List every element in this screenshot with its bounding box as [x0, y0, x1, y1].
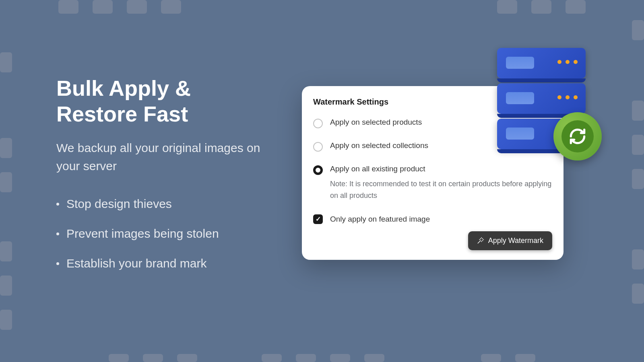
- checkbox-label: Only apply on featured image: [330, 215, 430, 224]
- film-hole-decoration: [109, 354, 129, 362]
- film-hole-decoration: [566, 0, 586, 14]
- film-hole-decoration: [161, 0, 181, 14]
- film-hole-decoration: [632, 249, 644, 269]
- film-hole-decoration: [93, 0, 113, 14]
- feature-bullet-item: Prevent images being stolen: [56, 227, 274, 241]
- film-hole-decoration: [0, 241, 12, 261]
- checkmark-icon: ✓: [316, 215, 321, 223]
- radio-button-selected-icon[interactable]: [313, 165, 323, 175]
- hero-headline: Bulk Apply & Restore Fast: [56, 76, 274, 127]
- film-hole-decoration: [632, 135, 644, 155]
- server-backup-illustration: [495, 48, 592, 152]
- settings-panel-section: Watermark Settings Apply on selected pro…: [302, 86, 588, 260]
- server-layer-icon: [497, 83, 586, 114]
- film-hole-decoration: [531, 0, 551, 14]
- film-hole-decoration: [330, 354, 350, 362]
- server-slot-icon: [506, 92, 534, 104]
- film-hole-decoration: [481, 354, 501, 362]
- film-hole-decoration: [497, 0, 517, 14]
- feature-bullet-list: Stop design thieves Prevent images being…: [56, 197, 274, 270]
- film-hole-decoration: [0, 172, 12, 192]
- radio-option-note: Note: It is recommended to test it on ce…: [330, 178, 552, 202]
- film-hole-decoration: [632, 284, 644, 304]
- bullet-dot-icon: [56, 232, 59, 235]
- bullet-dot-icon: [56, 203, 59, 206]
- bullet-text: Establish your brand mark: [66, 257, 207, 270]
- server-slot-icon: [506, 57, 534, 69]
- film-hole-decoration: [0, 52, 12, 72]
- film-hole-decoration: [58, 0, 78, 14]
- radio-button-icon[interactable]: [313, 119, 323, 128]
- refresh-badge-icon: [553, 112, 602, 160]
- server-slot-icon: [506, 128, 534, 140]
- film-hole-decoration: [143, 354, 163, 362]
- film-hole-decoration: [0, 276, 12, 296]
- film-hole-decoration: [632, 101, 644, 121]
- radio-button-icon[interactable]: [313, 142, 323, 152]
- feature-bullet-item: Stop design thieves: [56, 197, 274, 211]
- bullet-text: Prevent images being stolen: [66, 227, 219, 241]
- headline-line-1: Bulk Apply &: [56, 76, 191, 100]
- hero-subheadline: We backup all your original images on yo…: [56, 139, 274, 175]
- magic-wand-icon: [477, 237, 484, 244]
- apply-watermark-button[interactable]: Apply Watermark: [468, 231, 552, 250]
- film-hole-decoration: [0, 138, 12, 158]
- film-hole-decoration: [296, 354, 316, 362]
- radio-label: Apply on all existing product: [330, 165, 552, 173]
- film-hole-decoration: [262, 354, 282, 362]
- bullet-dot-icon: [56, 262, 59, 265]
- film-hole-decoration: [632, 169, 644, 189]
- checkbox-checked-icon[interactable]: ✓: [313, 214, 323, 224]
- bullet-text: Stop design thieves: [66, 197, 172, 211]
- film-hole-decoration: [177, 354, 197, 362]
- film-hole-decoration: [364, 354, 384, 362]
- checkbox-featured-image-only[interactable]: ✓ Only apply on featured image: [313, 214, 552, 224]
- film-hole-decoration: [127, 0, 147, 14]
- server-led-dots: [557, 95, 578, 99]
- film-hole-decoration: [515, 354, 535, 362]
- headline-line-2: Restore Fast: [56, 102, 188, 126]
- feature-bullet-item: Establish your brand mark: [56, 257, 274, 270]
- button-label: Apply Watermark: [488, 237, 543, 245]
- hero-text-section: Bulk Apply & Restore Fast We backup all …: [56, 76, 274, 286]
- server-led-dots: [557, 60, 578, 64]
- radio-option-all-products[interactable]: Apply on all existing product Note: It i…: [313, 165, 552, 202]
- film-hole-decoration: [0, 310, 12, 330]
- server-layer-icon: [497, 48, 586, 78]
- film-hole-decoration: [632, 20, 644, 40]
- refresh-arrows-icon: [568, 126, 588, 146]
